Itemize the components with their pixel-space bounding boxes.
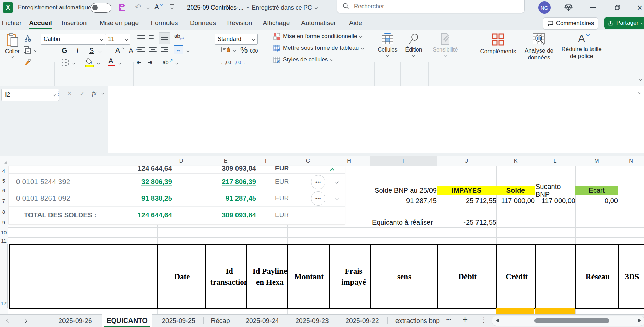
font-color-dropdown-icon[interactable]	[118, 61, 121, 64]
increase-indent-button[interactable]: ⇥	[148, 59, 152, 66]
account-expand-icon[interactable]	[335, 196, 338, 200]
borders-button[interactable]	[61, 58, 69, 68]
copy-dropdown-icon[interactable]	[34, 49, 37, 52]
cell-impayes-value[interactable]: -25 712,55	[437, 195, 499, 206]
more-sheets-icon[interactable]: •••	[446, 317, 452, 322]
cell-ecart-label[interactable]: Ecart	[575, 186, 618, 195]
sheet-tab-2025-09-24[interactable]: 2025-09-24	[239, 314, 286, 327]
collapse-accounts-icon[interactable]	[330, 168, 334, 172]
borders-dropdown-icon[interactable]	[72, 61, 75, 64]
shrink-font-button[interactable]: A	[129, 47, 133, 54]
sheet-tab-equicanto-active[interactable]: EQUICANTO	[102, 314, 152, 327]
column-header-f[interactable]: F	[246, 156, 288, 166]
cell-k13-orange[interactable]	[496, 308, 534, 314]
tab-aide[interactable]: Aide	[347, 16, 365, 30]
rewards-diamond-icon[interactable]	[564, 3, 573, 13]
column-header-k[interactable]: K	[496, 156, 535, 166]
cell-l13-orange[interactable]	[535, 308, 575, 314]
undo-icon[interactable]: ↶	[135, 3, 141, 12]
column-header-n[interactable]: N	[618, 156, 644, 166]
bank-summary-value-1[interactable]: 124 644,64	[138, 166, 172, 172]
cell-solde-bnp-value[interactable]: 91 287,45	[370, 195, 439, 206]
search-bar[interactable]	[337, 0, 525, 13]
column-header-e[interactable]: E	[205, 156, 246, 166]
collapse-ribbon-icon[interactable]	[639, 78, 642, 81]
table-header-id-transaction[interactable]: Id transaction	[205, 244, 253, 309]
table-header-blank-2[interactable]	[535, 244, 576, 309]
formula-enter-icon[interactable]: ✓	[80, 90, 85, 98]
sheet-menu-icon[interactable]: ⋮	[481, 316, 486, 324]
decrease-decimal-button[interactable]: ,00→	[235, 60, 245, 65]
restore-button[interactable]	[614, 4, 620, 12]
row-header-9[interactable]: 9	[0, 217, 8, 228]
save-icon[interactable]	[118, 3, 126, 13]
next-sheet-icon[interactable]	[23, 319, 27, 323]
percent-style-button[interactable]: %	[240, 45, 248, 55]
paste-button[interactable]: Coller	[4, 33, 21, 58]
qat-overflow-icon[interactable]	[170, 4, 174, 5]
decrease-indent-button[interactable]: ⇤	[137, 59, 141, 66]
horizontal-scrollbar[interactable]	[492, 316, 644, 326]
worksheet[interactable]: D E F G H I J K L M N Solde BNP au 25/09…	[0, 156, 644, 314]
account-expand-icon[interactable]	[335, 180, 338, 183]
minimize-button[interactable]	[590, 7, 596, 8]
underline-button[interactable]: S	[89, 47, 94, 55]
cell-solde-value[interactable]: 117 000,00	[496, 195, 537, 206]
underline-dropdown-icon[interactable]	[99, 50, 101, 53]
column-header-i-selected[interactable]: I	[370, 156, 437, 166]
add-sheet-button[interactable]: +	[463, 315, 468, 324]
autosave-toggle[interactable]	[91, 3, 111, 13]
account-more-button[interactable]: •••	[311, 191, 325, 206]
table-header-reseau[interactable]: Réseau	[575, 244, 619, 309]
cell-sucanto-value[interactable]: 117 000,00	[535, 195, 578, 206]
addins-button[interactable]: Compléments	[479, 33, 517, 55]
bank-account-row[interactable]: 0 0101 5244 392 32 806,39 217 806,39 EUR…	[9, 173, 345, 190]
share-button[interactable]: Partager	[604, 17, 644, 29]
tab-insertion[interactable]: Insertion	[60, 16, 88, 30]
font-size-select[interactable]: 11	[105, 34, 130, 45]
analyze-data-button[interactable]: Analyse de données	[522, 33, 556, 61]
tab-affichage[interactable]: Affichage	[262, 16, 291, 30]
table-header-credit[interactable]: Crédit	[496, 244, 536, 309]
merge-center-button[interactable]: ↔	[174, 45, 183, 54]
row-header-13[interactable]	[0, 308, 8, 315]
orientation-dropdown-icon[interactable]	[175, 61, 178, 64]
comma-style-button[interactable]: 000	[250, 48, 258, 54]
row-header-6[interactable]: 6	[0, 186, 8, 195]
formula-cancel-icon[interactable]: ×	[67, 89, 72, 98]
fill-color-dropdown-icon[interactable]	[97, 61, 100, 64]
bank-account-row[interactable]: 0 0101 8261 092 91 838,25 91 287,45 EUR …	[9, 190, 345, 207]
merge-dropdown-icon[interactable]	[187, 49, 189, 52]
align-bottom-button-selected[interactable]	[159, 32, 170, 44]
formula-input-area[interactable]	[108, 86, 644, 153]
bold-button[interactable]: G	[62, 47, 67, 55]
sheet-tab-2025-09-23[interactable]: 2025-09-23	[288, 314, 336, 327]
align-top-button[interactable]	[137, 35, 145, 39]
format-painter-icon[interactable]	[23, 58, 32, 67]
align-center-button[interactable]	[149, 47, 157, 52]
accounting-format-icon[interactable]	[221, 46, 230, 55]
cell-impayes-label[interactable]: IMPAYES	[437, 186, 496, 195]
saved-status[interactable]: Enregistré dans ce PC	[252, 4, 312, 11]
table-header-sens[interactable]: sens	[370, 244, 438, 309]
select-all-corner[interactable]	[0, 156, 8, 166]
cell-equicanto-value[interactable]: -25 712,55	[437, 217, 499, 227]
search-input[interactable]	[353, 3, 499, 10]
font-color-button[interactable]: A	[108, 57, 113, 65]
row-header-11[interactable]: 11	[0, 237, 8, 244]
table-header-date[interactable]: Date	[157, 244, 206, 309]
tab-donnees[interactable]: Données	[189, 16, 217, 30]
sheet-tab-2025-09-25[interactable]: 2025-09-25	[155, 314, 202, 327]
row-header-10[interactable]: 10	[0, 227, 8, 238]
document-title[interactable]: 2025-09 Contrôles-... • Enregistré dans …	[187, 0, 317, 15]
shrink-font-size-button[interactable]: A Réduire la taille de police	[561, 33, 602, 60]
row-header-4[interactable]: 4	[0, 166, 8, 176]
align-middle-button[interactable]	[149, 35, 157, 39]
font-name-select[interactable]: Calibri	[41, 34, 106, 45]
tab-formules[interactable]: Formules	[150, 16, 179, 30]
scroll-right-icon[interactable]	[638, 319, 641, 322]
insert-function-icon[interactable]: fx	[92, 90, 96, 97]
copy-icon[interactable]	[23, 46, 31, 56]
account-value-1[interactable]: 32 806,39	[141, 178, 172, 186]
row-header-7[interactable]: 7	[0, 195, 8, 206]
